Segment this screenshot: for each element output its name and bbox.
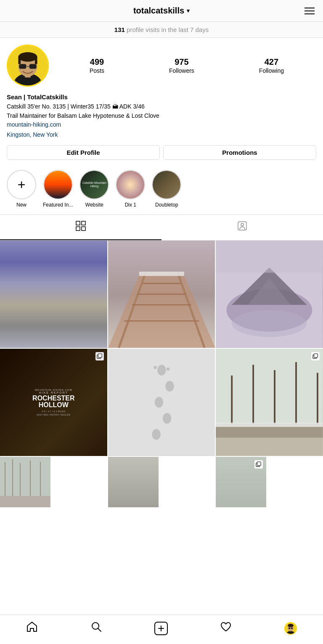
svg-point-37 [163,413,171,424]
profile-name: Sean | TotalCatskills [7,93,316,101]
svg-rect-6 [35,57,37,64]
grid-item-1[interactable] [0,241,107,348]
rochester-tags: EASY HIKE / HISTORY / WILDLIFE [37,413,71,416]
tab-grid[interactable] [0,215,162,240]
story-doubletop[interactable]: Doubletop [152,170,181,208]
followers-stat[interactable]: 975 Followers [169,57,194,74]
person-tag-icon [237,221,247,233]
story-dix1-label: Dix 1 [125,202,136,208]
bio-line1: Catskill 35'er No. 3135 | Winter35 17/35… [7,103,316,111]
posts-label: Posts [90,67,104,74]
svg-rect-70 [291,628,293,629]
search-icon [90,621,102,636]
menu-button[interactable] [304,8,315,14]
svg-rect-10 [76,221,80,225]
visit-count: 131 [114,26,125,33]
nav-home[interactable] [19,619,45,637]
svg-point-30 [232,310,307,337]
profile-location: Kingston, New York [7,131,58,138]
grid-item-3[interactable] [216,241,323,348]
chevron-down-icon: ▾ [187,8,190,14]
stories-row: + New Featured In... Catskills Mountain … [0,167,323,215]
svg-rect-51 [314,354,318,358]
grid-item-2[interactable] [108,241,215,348]
edit-profile-button[interactable]: Edit Profile [7,145,160,160]
svg-point-4 [18,52,37,62]
tabs-row [0,215,323,241]
svg-rect-12 [76,227,80,231]
svg-line-62 [98,629,101,632]
nav-avatar [284,622,297,635]
svg-point-36 [154,397,163,407]
nav-activity[interactable] [213,619,238,637]
bio-line2: Trail Maintainer for Balsam Lake Hypoten… [7,112,316,120]
story-dix1[interactable]: Dix 1 [116,170,145,208]
svg-rect-60 [257,461,261,465]
visit-text: profile visits in the last 7 days [127,26,209,33]
nav-search[interactable] [84,619,109,637]
story-featured-circle [43,170,73,199]
tab-tagged[interactable] [162,215,323,240]
svg-rect-24 [139,272,184,276]
svg-point-40 [166,367,169,371]
multi-photo-badge-6 [311,352,320,360]
story-website-circle: Catskills Mountain Hiking [79,170,109,199]
following-label: Following [259,67,284,74]
svg-rect-49 [216,427,323,437]
following-count: 427 [259,57,284,67]
rochester-title1: ROCHESTER [32,395,74,402]
username-area[interactable]: totalcatskills ▾ [133,6,190,16]
rochester-miles: 3.5 / 4.7 / 6.1 MILES [42,410,65,413]
story-featured-label: Featured In... [43,202,73,208]
svg-rect-29 [216,241,323,273]
grid-item-7[interactable] [0,457,50,507]
svg-rect-8 [29,64,37,69]
svg-point-34 [157,365,166,375]
svg-point-39 [154,366,157,369]
avatar[interactable] [7,45,49,87]
svg-point-15 [241,223,244,226]
promotions-button[interactable]: Promotions [163,145,316,160]
svg-point-61 [92,623,99,629]
grid-item-9[interactable] [216,457,266,507]
profile-top: 499 Posts 975 Followers 427 Following [7,45,316,87]
home-icon [26,621,38,636]
svg-rect-48 [216,423,323,427]
multi-photo-badge-4 [95,352,104,360]
story-dix1-circle [116,170,145,199]
svg-rect-32 [98,354,102,358]
bio-section: Sean | TotalCatskills Catskill 35'er No.… [7,93,316,139]
grid-item-6[interactable] [216,349,323,456]
svg-point-38 [152,429,160,440]
svg-rect-11 [82,221,85,225]
story-new[interactable]: + New [7,170,36,208]
profile-link[interactable]: mountain-hiking.com [7,121,316,129]
username-text: totalcatskills [133,6,184,16]
story-doubletop-label: Doubletop [155,202,178,208]
story-featured[interactable]: Featured In... [43,170,73,208]
svg-rect-5 [18,57,21,64]
posts-count: 499 [90,57,104,67]
rochester-title2: HOLLOW [39,402,69,408]
plus-square-icon [154,622,168,635]
photo-grid: mountain-hiking.com HIKE REPORT ROCHESTE… [0,241,323,507]
followers-label: Followers [169,67,194,74]
svg-rect-7 [19,64,26,69]
profile-section: 499 Posts 975 Followers 427 Following Se… [0,38,323,160]
story-new-circle: + [7,170,36,199]
top-header: totalcatskills ▾ [0,0,323,22]
grid-item-5[interactable] [108,349,215,456]
story-website[interactable]: Catskills Mountain Hiking Website [79,170,109,208]
nav-new-post[interactable] [148,620,175,637]
grid-item-8[interactable] [108,457,159,507]
posts-stat[interactable]: 499 Posts [90,57,104,74]
following-stat[interactable]: 427 Following [259,57,284,74]
svg-rect-69 [289,628,290,629]
svg-rect-13 [82,227,85,231]
svg-point-35 [165,381,174,391]
grid-item-4[interactable]: mountain-hiking.com HIKE REPORT ROCHESTE… [0,349,107,456]
grid-icon [76,221,86,233]
nav-profile[interactable] [278,620,304,636]
avatar-image [8,45,48,87]
stats-bar: 131 profile visits in the last 7 days [0,22,323,38]
